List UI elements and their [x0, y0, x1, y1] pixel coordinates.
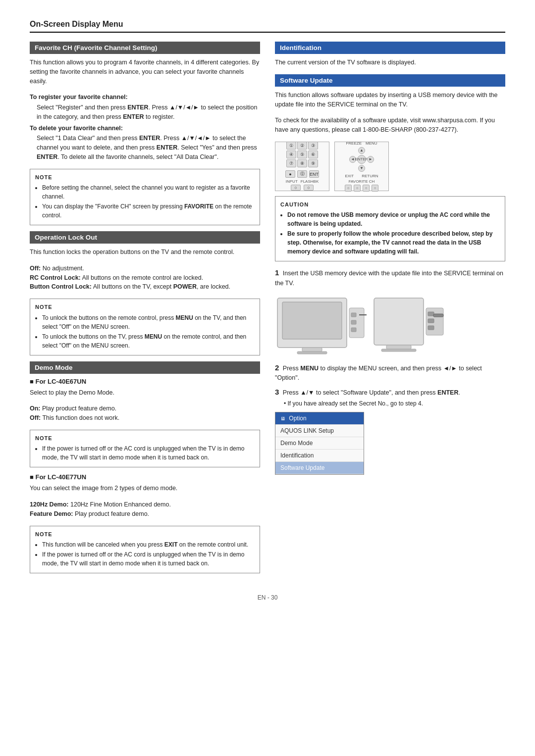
favorite-ch-header: Favorite CH (Favorite Channel Setting) [30, 42, 260, 54]
svg-rect-11 [428, 312, 434, 316]
operation-lock-header: Operation Lock Out [30, 231, 260, 244]
favorite-ch-note-list: Before setting the channel, select the c… [35, 183, 255, 220]
left-column: Favorite CH (Favorite Channel Setting) T… [30, 42, 260, 579]
note-label-2: NOTE [35, 303, 255, 311]
svg-rect-6 [351, 320, 356, 324]
register-text: Select "Register" and then press ENTER. … [30, 103, 260, 122]
identification-section: Identification The current version of th… [275, 42, 505, 67]
identification-body: The current version of the TV software i… [275, 58, 505, 67]
svg-rect-5 [351, 313, 356, 317]
remote-nav-image: FREEZEMENU ▲ ◄ ENTER ► ▼ [334, 142, 389, 191]
demo-on: On: Play product feature demo. [30, 404, 260, 413]
favorite-ch-section: Favorite CH (Favorite Channel Setting) T… [30, 42, 260, 225]
demo-mode-header: Demo Mode [30, 361, 260, 374]
step-3: 3 Press ▲/▼ to select "Software Update",… [275, 387, 505, 408]
demo-note-1-list: If the power is turned off or the AC cor… [35, 444, 255, 462]
svg-rect-16 [433, 314, 443, 317]
menu-software-update: Software Update [275, 462, 364, 474]
software-update-header: Software Update [275, 74, 505, 87]
off-setting: Off: No adjustment. [30, 264, 260, 273]
caution-list: Do not remove the USB memory device or u… [280, 210, 500, 256]
remote-keypad-image: ① ② ③ ④ ⑤ ⑥ ⑦ ⑧ ⑨ ● ⓪ ENT [275, 142, 329, 191]
tv-front-svg [275, 293, 367, 357]
svg-rect-13 [428, 326, 434, 330]
svg-rect-9 [374, 298, 424, 345]
operation-lock-note: NOTE To unlock the buttons on the remote… [30, 299, 260, 355]
feature-demo: Feature Demo: Play product feature demo. [30, 509, 260, 519]
svg-rect-12 [428, 319, 434, 323]
menu-screenshot: 🖥 Option AQUOS LINK Setup Demo Mode Iden… [275, 412, 364, 475]
note-label-1: NOTE [35, 173, 255, 182]
button-setting: Button Control Lock: All buttons on the … [30, 282, 260, 292]
operation-lock-body: This function locks the operation button… [30, 248, 260, 257]
caution-label: CAUTION [280, 201, 500, 209]
register-label: To register your favorite channel: [30, 93, 260, 102]
caution-box: CAUTION Do not remove the USB memory dev… [275, 196, 505, 262]
svg-rect-3 [297, 352, 327, 354]
note-label-4: NOTE [35, 530, 255, 539]
hz-demo: 120Hz Demo: 120Hz Fine Motion Enhanced d… [30, 500, 260, 509]
favorite-ch-body: This function allows you to program 4 fa… [30, 58, 260, 86]
delete-label: To delete your favorite channel: [30, 124, 260, 133]
note-label-3: NOTE [35, 434, 255, 443]
menu-option: 🖥 Option [275, 412, 364, 425]
tv-illustrations [275, 293, 505, 357]
identification-header: Identification [275, 42, 505, 54]
software-update-section: Software Update This function allows sof… [275, 74, 505, 475]
right-column: Identification The current version of th… [275, 42, 505, 579]
rc-setting: RC Control Lock: All buttons on the remo… [30, 273, 260, 283]
for-lc40e77un-label: ■ For LC-40E77UN [30, 473, 260, 481]
for-lc40e67un-body: Select to play the Demo Mode. [30, 388, 260, 398]
operation-lock-section: Operation Lock Out This function locks t… [30, 231, 260, 355]
software-update-body2: To check for the availability of a softw… [275, 116, 505, 135]
page-footer: EN - 30 [30, 594, 505, 601]
demo-note-1: NOTE If the power is turned off or the A… [30, 430, 260, 468]
step-2: 2 Press MENU to display the MENU screen,… [275, 362, 505, 383]
svg-rect-2 [302, 348, 322, 352]
page-title: On-Screen Display Menu [30, 20, 505, 33]
svg-rect-7 [351, 328, 356, 332]
svg-rect-15 [381, 349, 416, 352]
demo-off: Off: This function does not work. [30, 413, 260, 423]
menu-identification: Identification [275, 450, 364, 462]
demo-note-2-list: This function will be canceled when you … [35, 540, 255, 568]
operation-lock-note-list: To unlock the buttons on the remote cont… [35, 313, 255, 350]
software-update-body1: This function allows software updates by… [275, 91, 505, 109]
remote-images: ① ② ③ ④ ⑤ ⑥ ⑦ ⑧ ⑨ ● ⓪ ENT [275, 142, 505, 191]
menu-demo-mode: Demo Mode [275, 437, 364, 450]
for-lc40e67un-label: ■ For LC-40E67UN [30, 378, 260, 385]
demo-note-2: NOTE This function will be canceled when… [30, 526, 260, 574]
favorite-ch-note: NOTE Before setting the channel, select … [30, 169, 260, 226]
step-1: 1 Insert the USB memory device with the … [275, 267, 505, 288]
tv-back-svg [372, 293, 446, 357]
demo-mode-section: Demo Mode ■ For LC-40E67UN Select to pla… [30, 361, 260, 574]
svg-rect-14 [386, 345, 411, 349]
svg-rect-1 [282, 302, 342, 339]
menu-aquos-link: AQUOS LINK Setup [275, 425, 364, 437]
for-lc40e77un-body: You can select the image from 2 types of… [30, 484, 260, 493]
delete-text: Select "1 Data Clear" and then press ENT… [30, 134, 260, 161]
